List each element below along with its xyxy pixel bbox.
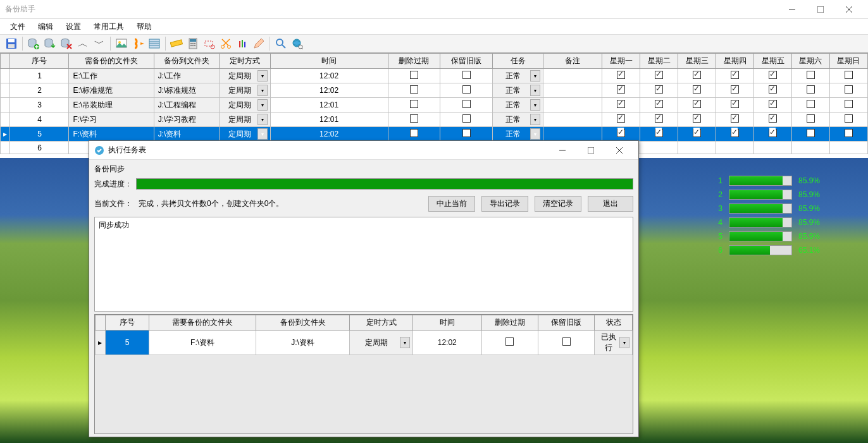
cell-keep[interactable] (440, 127, 493, 142)
dialog-maximize-button[interactable] (576, 142, 605, 159)
close-button[interactable] (834, 0, 863, 18)
cell-day-6[interactable] (829, 98, 867, 112)
cell-day-5[interactable] (792, 83, 830, 98)
col-task[interactable]: 任务 (492, 54, 543, 69)
cell-sched[interactable]: 定周期▾ (220, 98, 271, 112)
ruler-icon[interactable] (169, 36, 184, 51)
chevron-down-icon[interactable]: ▾ (530, 70, 540, 82)
dlg-cell-src[interactable]: F:\资料 (149, 331, 256, 355)
cell-day-2[interactable] (678, 69, 716, 83)
calculator-icon[interactable] (185, 36, 201, 51)
cell-day-2[interactable] (678, 127, 716, 142)
col-thu[interactable]: 星期四 (716, 54, 754, 69)
cell-dest[interactable]: J:\工作 (154, 69, 219, 83)
col-tue[interactable]: 星期二 (640, 54, 678, 69)
dlg-cell-idx[interactable]: 5 (105, 331, 149, 355)
menu-help[interactable]: 帮助 (130, 20, 158, 34)
cell-sched[interactable]: 定周期▾ (220, 127, 271, 142)
col-time[interactable]: 时间 (270, 54, 388, 69)
export-log-button[interactable]: 导出记录 (481, 196, 528, 212)
cell-dest[interactable]: J:\资料 (154, 127, 219, 142)
cell-dest[interactable]: J:\标准规范 (154, 83, 219, 98)
move-up-icon[interactable]: ︿ (75, 36, 90, 51)
dlg-col-src[interactable]: 需要备份的文件夹 (149, 315, 256, 331)
cell-day-6[interactable] (829, 142, 867, 154)
cell-time[interactable]: 12:02 (270, 127, 388, 142)
cell-day-3[interactable] (716, 127, 754, 142)
col-mon[interactable]: 星期一 (602, 54, 640, 69)
table-row[interactable]: 2E:\标准规范J:\标准规范定周期▾12:02正常▾ (1, 83, 868, 98)
cell-day-0[interactable] (602, 69, 640, 83)
cell-day-2[interactable] (678, 83, 716, 98)
cell-note[interactable] (543, 112, 602, 127)
cell-task[interactable]: 正常▾ (492, 127, 543, 142)
chevron-down-icon[interactable]: ▾ (257, 70, 268, 82)
cell-del[interactable] (388, 98, 440, 112)
cell-dest[interactable]: J:\工程编程 (154, 98, 219, 112)
run-icon[interactable] (130, 36, 146, 51)
dlg-cell-del[interactable] (481, 331, 538, 355)
cell-day-5[interactable] (792, 127, 830, 142)
table-row[interactable]: 1E:\工作J:\工作定周期▾12:02正常▾ (1, 69, 868, 83)
main-grid[interactable]: 序号 需备份的文件夹 备份到文件夹 定时方式 时间 删除过期 保留旧版 任务 备… (0, 53, 868, 154)
cell-day-4[interactable] (754, 69, 792, 83)
chevron-down-icon[interactable]: ▾ (530, 85, 540, 96)
cell-src[interactable]: F:\学习 (69, 112, 154, 127)
chevron-down-icon[interactable]: ▾ (257, 99, 268, 111)
menu-file[interactable]: 文件 (4, 20, 32, 34)
dialog-minimize-button[interactable] (548, 142, 576, 159)
cell-day-5[interactable] (792, 69, 830, 83)
menu-edit[interactable]: 编辑 (32, 20, 59, 34)
dlg-cell-dest[interactable]: J:\资料 (256, 331, 350, 355)
table-row[interactable]: 3E:\吊装助理J:\工程编程定周期▾12:01正常▾ (1, 98, 868, 112)
menu-tools[interactable]: 常用工具 (87, 20, 130, 34)
cell-idx[interactable]: 3 (10, 98, 69, 112)
scissors-icon[interactable] (218, 36, 233, 51)
cell-day-0[interactable] (602, 83, 640, 98)
chevron-down-icon[interactable]: ▾ (530, 128, 540, 140)
chevron-down-icon[interactable]: ▾ (257, 128, 268, 140)
cell-time[interactable]: 12:02 (270, 69, 388, 83)
col-keep[interactable]: 保留旧版 (440, 54, 493, 69)
stop-current-button[interactable]: 中止当前 (428, 196, 475, 212)
cell-day-2[interactable] (678, 142, 716, 154)
chevron-down-icon[interactable]: ▾ (257, 114, 268, 125)
cell-task[interactable]: 正常▾ (492, 98, 543, 112)
dlg-col-dest[interactable]: 备份到文件夹 (256, 315, 350, 331)
cell-day-3[interactable] (716, 112, 754, 127)
dlg-cell-keep[interactable] (538, 331, 595, 355)
cell-day-6[interactable] (829, 69, 867, 83)
cell-task[interactable]: 正常▾ (492, 69, 543, 83)
cell-day-1[interactable] (640, 98, 678, 112)
cell-src[interactable]: E:\工作 (69, 69, 154, 83)
cell-day-4[interactable] (754, 127, 792, 142)
cell-src[interactable]: E:\吊装助理 (69, 98, 154, 112)
menu-settings[interactable]: 设置 (59, 20, 87, 34)
cell-day-2[interactable] (678, 98, 716, 112)
cell-day-1[interactable] (640, 142, 678, 154)
dlg-cell-time[interactable]: 12:02 (412, 331, 481, 355)
dlg-cell-state[interactable]: 已执行▾ (595, 331, 633, 355)
save-icon[interactable] (4, 36, 19, 51)
cell-day-3[interactable] (716, 98, 754, 112)
cell-time[interactable]: 12:01 (270, 112, 388, 127)
cell-src[interactable]: E:\标准规范 (69, 83, 154, 98)
cell-day-5[interactable] (792, 142, 830, 154)
dlg-col-state[interactable]: 状态 (595, 315, 633, 331)
list-icon[interactable] (147, 36, 162, 51)
cell-del[interactable] (388, 69, 440, 83)
dlg-col-keep[interactable]: 保留旧版 (538, 315, 595, 331)
dlg-col-time[interactable]: 时间 (412, 315, 481, 331)
minimize-button[interactable] (778, 0, 806, 18)
maximize-button[interactable] (806, 0, 834, 18)
col-src[interactable]: 需备份的文件夹 (69, 54, 154, 69)
dialog-grid[interactable]: 序号 需要备份的文件夹 备份到文件夹 定时方式 时间 删除过期 保留旧版 状态 … (94, 314, 633, 434)
dialog-table-row[interactable]: ▸ 5 F:\资料 J:\资料 定周期▾ 12:02 已执行▾ (96, 331, 633, 355)
col-idx[interactable]: 序号 (10, 54, 69, 69)
table-row[interactable]: ▸5F:\资料J:\资料定周期▾12:02正常▾ (1, 127, 868, 142)
cell-day-6[interactable] (829, 83, 867, 98)
col-del[interactable]: 删除过期 (388, 54, 440, 69)
cell-del[interactable] (388, 112, 440, 127)
move-down-icon[interactable]: ﹀ (92, 36, 107, 51)
cell-day-1[interactable] (640, 112, 678, 127)
